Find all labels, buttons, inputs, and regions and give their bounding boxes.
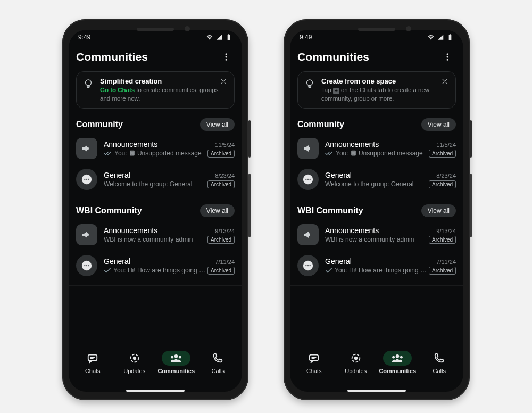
status-time: 9:49 [78, 34, 90, 41]
tip-text: Go to Chats to create communities, group… [100, 86, 219, 103]
svg-point-12 [84, 265, 85, 266]
close-tip-button[interactable] [218, 76, 229, 87]
svg-point-24 [447, 56, 448, 58]
chat-body: Announcements9/13/24WBI is now a communi… [104, 226, 235, 244]
svg-point-35 [309, 265, 310, 266]
chat-row[interactable]: Announcements9/13/24WBI is now a communi… [297, 219, 456, 250]
chat-preview: Welcome to the group: General [104, 180, 205, 188]
archived-tag: Archived [207, 180, 235, 188]
tip-card: Simplified creationGo to Chats to create… [76, 71, 235, 109]
chat-body: General7/11/24You: Hi! How are things go… [325, 257, 456, 275]
plus-chip-icon: + [333, 88, 339, 94]
community-name: Community [76, 120, 123, 129]
community-name: WBI Community [76, 206, 142, 216]
nav-calls[interactable]: Calls [197, 351, 239, 374]
svg-point-33 [305, 265, 306, 266]
community-name: Community [297, 120, 344, 129]
chat-bubble-icon [297, 255, 319, 276]
chat-body: Announcements11/5/24You: Unsupported mes… [325, 140, 456, 158]
svg-point-8 [84, 179, 85, 180]
megaphone-icon [297, 138, 319, 159]
close-tip-button[interactable] [439, 76, 450, 87]
status-bar: 9:49 [290, 30, 463, 45]
communities-icon [162, 351, 190, 366]
nav-label: Communities [379, 368, 416, 374]
nav-chats[interactable]: Chats [72, 351, 114, 374]
chat-row[interactable]: General7/11/24You: Hi! How are things go… [297, 250, 456, 281]
view-all-button[interactable]: View all [200, 204, 235, 217]
chat-preview: You: Unsupported message [336, 150, 427, 157]
chat-name: Announcements [325, 140, 379, 148]
chat-row[interactable]: Announcements11/5/24You: Unsupported mes… [76, 133, 235, 164]
view-all-button[interactable]: View all [421, 118, 456, 131]
svg-point-26 [307, 80, 313, 86]
svg-point-5 [86, 80, 92, 86]
tip-card: Create from one spaceTap + on the Chats … [297, 71, 456, 109]
communities-icon [383, 351, 412, 366]
nav-updates[interactable]: Updates [114, 351, 156, 374]
nav-label: Chats [306, 368, 322, 374]
single-check-icon [104, 267, 111, 274]
tip-text: Tap + on the Chats tab to create a new c… [321, 86, 440, 103]
archived-tag: Archived [429, 180, 456, 188]
chat-preview: You: Hi! How are things going t… [113, 267, 205, 274]
document-icon [129, 150, 136, 156]
chat-row[interactable]: General7/11/24You: Hi! How are things go… [76, 250, 235, 281]
archived-tag: Archived [207, 150, 235, 158]
battery-icon [446, 34, 454, 41]
more-options-button[interactable] [439, 48, 456, 65]
phone-frame: 9:49CommunitiesCreate from one spaceTap … [284, 19, 470, 400]
nav-updates[interactable]: Updates [335, 351, 377, 374]
chat-date: 11/5/24 [215, 142, 235, 148]
lightbulb-icon [83, 78, 95, 90]
view-all-button[interactable]: View all [421, 204, 456, 217]
screen: 9:49CommunitiesCreate from one spaceTap … [290, 30, 463, 392]
nav-communities[interactable]: Communities [155, 351, 197, 374]
chat-date: 9/13/24 [215, 228, 235, 234]
signal-icon [215, 34, 223, 41]
chat-date: 9/13/24 [436, 228, 456, 234]
nav-label: Calls [433, 368, 446, 374]
updates-icon [120, 351, 149, 366]
chat-preview: You: Unsupported message [114, 150, 205, 157]
bottom-nav: ChatsUpdatesCommunitiesCalls [290, 346, 463, 387]
svg-point-31 [309, 179, 310, 180]
nav-calls[interactable]: Calls [419, 351, 461, 374]
view-all-button[interactable]: View all [200, 118, 235, 131]
svg-point-39 [396, 354, 399, 358]
chat-date: 11/5/24 [436, 142, 456, 148]
updates-icon [342, 351, 370, 366]
chat-body: Announcements11/5/24You: Unsupported mes… [104, 140, 235, 158]
archived-tag: Archived [429, 150, 456, 158]
chat-preview: WBI is now a community admin [325, 236, 427, 243]
chat-body: General7/11/24You: Hi! How are things go… [104, 257, 235, 275]
chat-body: General8/23/24Welcome to the group: Gene… [104, 171, 235, 188]
svg-point-10 [88, 179, 89, 180]
chat-preview: Welcome to the group: General [325, 180, 427, 188]
chat-row[interactable]: General8/23/24Welcome to the group: Gene… [76, 164, 235, 195]
chat-bubble-icon [76, 169, 97, 190]
more-options-button[interactable] [218, 48, 235, 65]
svg-point-29 [305, 179, 306, 180]
chat-row[interactable]: Announcements9/13/24WBI is now a communi… [76, 219, 235, 250]
nav-label: Chats [85, 368, 101, 374]
document-icon [350, 150, 357, 156]
chat-row[interactable]: General8/23/24Welcome to the group: Gene… [297, 164, 456, 195]
nav-communities[interactable]: Communities [377, 351, 419, 374]
page-title: Communities [297, 51, 369, 63]
archived-tag: Archived [207, 267, 235, 275]
nav-chats[interactable]: Chats [293, 351, 335, 374]
chats-icon [78, 351, 107, 366]
chat-row[interactable]: Announcements11/5/24You: Unsupported mes… [297, 133, 456, 164]
svg-point-41 [400, 356, 403, 359]
chat-body: Announcements9/13/24WBI is now a communi… [325, 226, 456, 244]
nav-label: Calls [212, 368, 225, 374]
svg-rect-21 [449, 35, 452, 40]
chat-name: Announcements [104, 226, 157, 235]
chat-name: Announcements [104, 140, 157, 148]
svg-rect-22 [450, 34, 451, 35]
calls-icon [204, 351, 232, 366]
chat-preview: You: Hi! How are things going t… [335, 267, 427, 274]
svg-point-19 [171, 356, 173, 359]
home-indicator [126, 390, 185, 392]
